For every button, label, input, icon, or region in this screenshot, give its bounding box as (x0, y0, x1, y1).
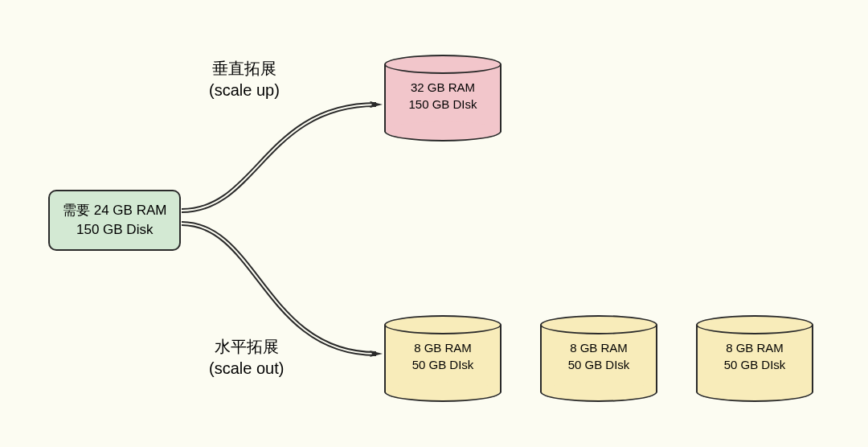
scale-up-line2: (scale up) (209, 81, 280, 99)
source-line1: 需要 24 GB RAM (63, 203, 166, 218)
arrow-scale-up (182, 101, 383, 211)
cylinder-bottom (696, 392, 813, 402)
cylinder-top (384, 55, 502, 74)
cylinder-top (540, 315, 657, 334)
scale-up-cylinder: 32 GB RAM 150 GB DIsk (384, 55, 502, 141)
scale-up-ram: 32 GB RAM (411, 80, 475, 94)
scale-out-1-ram: 8 GB RAM (414, 341, 472, 355)
scale-out-3-ram: 8 GB RAM (726, 341, 784, 355)
scale-out-cylinder-2: 8 GB RAM 50 GB DIsk (540, 315, 657, 402)
scale-out-3-disk: 50 GB DIsk (724, 358, 786, 371)
scale-out-1-disk: 50 GB DIsk (412, 358, 474, 371)
scale-out-3-text: 8 GB RAM 50 GB DIsk (696, 339, 813, 373)
scale-up-text: 32 GB RAM 150 GB DIsk (384, 79, 502, 113)
scale-out-label: 水平拓展 (scale out) (209, 336, 284, 379)
scale-up-disk: 150 GB DIsk (408, 97, 477, 111)
cylinder-bottom (384, 392, 502, 402)
cylinder-bottom (384, 131, 502, 141)
scale-out-1-text: 8 GB RAM 50 GB DIsk (384, 339, 502, 373)
source-line2: 150 GB Disk (76, 222, 153, 237)
source-requirement-box: 需要 24 GB RAM 150 GB Disk (48, 190, 181, 251)
scale-out-line1: 水平拓展 (215, 338, 279, 355)
scale-out-2-text: 8 GB RAM 50 GB DIsk (540, 339, 657, 373)
scale-out-cylinder-1: 8 GB RAM 50 GB DIsk (384, 315, 502, 402)
scale-out-line2: (scale out) (209, 359, 284, 377)
cylinder-bottom (540, 392, 657, 402)
scale-up-label: 垂直拓展 (scale up) (209, 58, 280, 101)
scale-out-2-ram: 8 GB RAM (570, 341, 628, 355)
cylinder-top (384, 315, 502, 334)
scale-up-line1: 垂直拓展 (212, 59, 276, 77)
scale-out-cylinder-3: 8 GB RAM 50 GB DIsk (696, 315, 813, 402)
scale-out-2-disk: 50 GB DIsk (568, 358, 630, 371)
cylinder-top (696, 315, 813, 334)
